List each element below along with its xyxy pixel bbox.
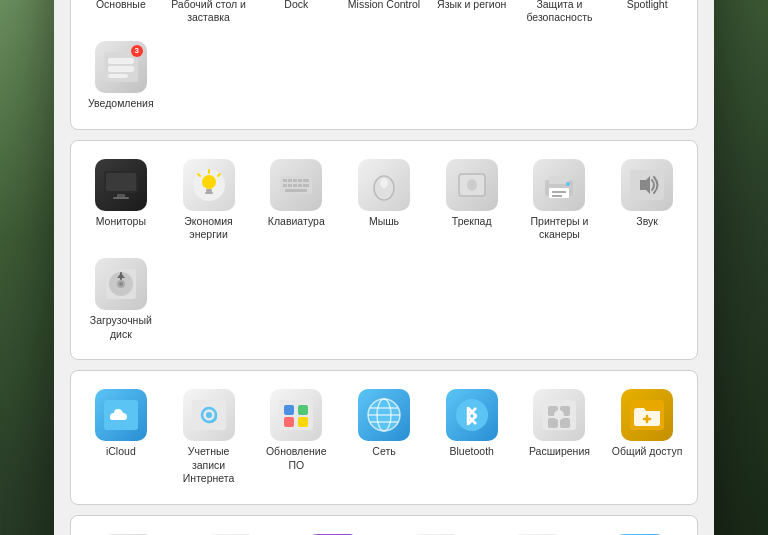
- icon-accessibility[interactable]: Универсальный доступ: [591, 528, 689, 535]
- mouse-icon: [358, 159, 410, 211]
- svg-line-56: [218, 174, 220, 176]
- icon-mouse[interactable]: Мышь: [342, 153, 426, 248]
- printers-icon: [533, 159, 585, 211]
- personal-section: Основные: [70, 0, 698, 130]
- svg-rect-60: [293, 179, 297, 182]
- icon-monitors[interactable]: Мониторы: [79, 153, 163, 248]
- svg-point-104: [456, 399, 488, 431]
- svg-rect-68: [285, 189, 307, 192]
- icon-bluetooth[interactable]: Bluetooth: [430, 383, 514, 492]
- energy-icon: [183, 159, 235, 211]
- icon-energy[interactable]: Экономия энергии: [167, 153, 251, 248]
- printers-label: Принтеры и сканеры: [522, 215, 598, 242]
- icon-security[interactable]: Защита и безопасность: [518, 0, 602, 31]
- icon-notif[interactable]: 3 Уведомления: [79, 35, 163, 117]
- sound-icon: [621, 159, 673, 211]
- svg-rect-48: [117, 194, 125, 197]
- icon-desktop[interactable]: File Рабочий стол и заставка: [167, 0, 251, 31]
- notif-label: Уведомления: [88, 97, 154, 111]
- energy-label: Экономия энергии: [171, 215, 247, 242]
- bluetooth-icon: [446, 389, 498, 441]
- icon-datetime[interactable]: 15 Дата и время: [386, 528, 484, 535]
- svg-rect-52: [206, 189, 212, 192]
- svg-point-72: [380, 178, 388, 188]
- icon-trackpad[interactable]: Трекпад: [430, 153, 514, 248]
- icon-dock[interactable]: Dock: [254, 0, 338, 31]
- update-icon: [270, 389, 322, 441]
- startup-label: Загрузочный диск: [83, 314, 159, 341]
- monitors-label: Мониторы: [96, 215, 146, 229]
- svg-rect-76: [549, 176, 569, 184]
- icon-startup[interactable]: Загрузочный диск: [79, 252, 163, 347]
- svg-rect-63: [283, 184, 287, 187]
- icon-mission[interactable]: Mission Control: [342, 0, 426, 31]
- trackpad-icon: [446, 159, 498, 211]
- sharing-icon: [621, 389, 673, 441]
- svg-rect-79: [552, 195, 562, 197]
- lang-label: Язык и регион: [437, 0, 506, 11]
- extensions-icon: [533, 389, 585, 441]
- icon-siri[interactable]: Siri: [284, 528, 382, 535]
- icon-sound[interactable]: Звук: [605, 153, 689, 248]
- system-section: Пользователи и группы Родительский контр…: [70, 515, 698, 535]
- sharing-label: Общий доступ: [612, 445, 683, 459]
- icon-sharing[interactable]: Общий доступ: [605, 383, 689, 492]
- bluetooth-label: Bluetooth: [450, 445, 494, 459]
- extensions-label: Расширения: [529, 445, 590, 459]
- keyboard-label: Клавиатура: [268, 215, 325, 229]
- hardware-section: Мониторы: [70, 140, 698, 361]
- icon-update[interactable]: Обновление ПО: [254, 383, 338, 492]
- startup-icon: [95, 258, 147, 310]
- svg-rect-97: [298, 417, 308, 427]
- security-label: Защита и безопасность: [522, 0, 598, 25]
- svg-rect-64: [288, 184, 292, 187]
- update-label: Обновление ПО: [258, 445, 334, 472]
- icloud-label: iCloud: [106, 445, 136, 459]
- svg-point-86: [119, 282, 123, 286]
- svg-rect-58: [283, 179, 287, 182]
- svg-line-55: [198, 174, 200, 176]
- icloud-icon: [95, 389, 147, 441]
- icon-printers[interactable]: Принтеры и сканеры: [518, 153, 602, 248]
- svg-rect-62: [303, 179, 309, 182]
- sound-label: Звук: [636, 215, 658, 229]
- icon-keyboard[interactable]: Клавиатура: [254, 153, 338, 248]
- icon-users[interactable]: Пользователи и группы: [79, 528, 177, 535]
- accounts-icon: [183, 389, 235, 441]
- svg-point-114: [554, 410, 564, 420]
- network-icon: [358, 389, 410, 441]
- icon-network[interactable]: Сеть: [342, 383, 426, 492]
- personal-grid: Основные: [79, 0, 689, 117]
- svg-rect-94: [284, 405, 294, 415]
- trackpad-label: Трекпад: [452, 215, 492, 229]
- svg-rect-53: [205, 192, 213, 194]
- svg-rect-47: [106, 173, 136, 191]
- svg-rect-113: [560, 418, 570, 428]
- internet-grid: iCloud Учетные записи Интернета: [79, 383, 689, 492]
- icon-lang[interactable]: Язык и регион: [430, 0, 514, 31]
- icon-extensions[interactable]: Расширения: [518, 383, 602, 492]
- svg-rect-112: [548, 418, 558, 428]
- internet-section: iCloud Учетные записи Интернета: [70, 370, 698, 505]
- svg-rect-45: [108, 74, 128, 78]
- svg-rect-67: [303, 184, 309, 187]
- keyboard-icon: [270, 159, 322, 211]
- icon-parental[interactable]: Родительский контроль: [181, 528, 279, 535]
- icon-icloud[interactable]: iCloud: [79, 383, 163, 492]
- notif-icon: 3: [95, 41, 147, 93]
- icon-accounts[interactable]: Учетные записи Интернета: [167, 383, 251, 492]
- icon-timemachine[interactable]: Time Machine: [488, 528, 586, 535]
- icon-spotlight[interactable]: Spotlight: [605, 0, 689, 31]
- system-grid: Пользователи и группы Родительский контр…: [79, 528, 689, 535]
- icon-osnovnye[interactable]: Основные: [79, 0, 163, 31]
- spotlight-label: Spotlight: [627, 0, 668, 11]
- content-area: Основные: [54, 0, 714, 535]
- network-label: Сеть: [372, 445, 395, 459]
- desktop-label: Рабочий стол и заставка: [171, 0, 247, 25]
- svg-point-51: [202, 175, 216, 189]
- svg-rect-59: [288, 179, 292, 182]
- svg-rect-61: [298, 179, 302, 182]
- svg-rect-96: [284, 417, 294, 427]
- svg-point-74: [467, 179, 477, 191]
- svg-rect-49: [113, 197, 129, 199]
